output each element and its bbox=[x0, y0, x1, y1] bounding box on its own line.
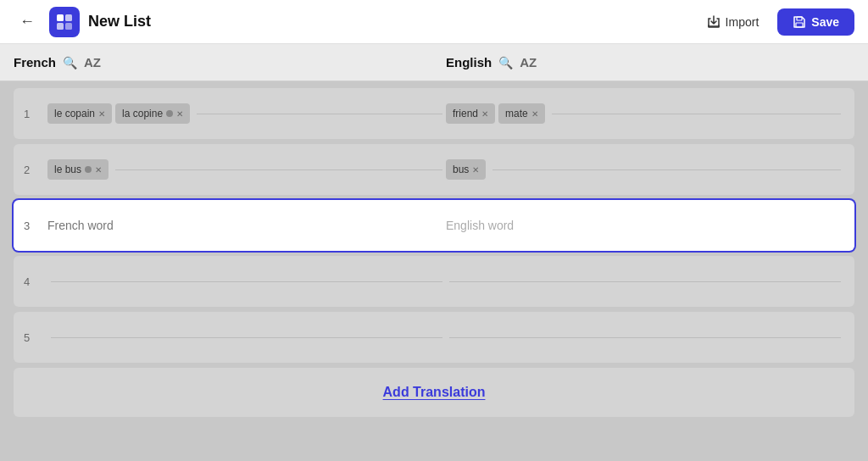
chip-mate[interactable]: mate ✕ bbox=[498, 103, 545, 124]
chip-close-icon[interactable]: ✕ bbox=[95, 165, 102, 175]
row-right-content: friend ✕ mate ✕ bbox=[446, 103, 844, 124]
chip-close-icon[interactable]: ✕ bbox=[98, 109, 105, 119]
svg-rect-1 bbox=[65, 14, 72, 21]
row-divider bbox=[115, 169, 442, 170]
english-placeholder: English word bbox=[446, 219, 514, 232]
chip-le-bus[interactable]: le bus ✕ bbox=[47, 159, 108, 180]
import-label: Import bbox=[726, 15, 760, 29]
left-column-header: French 🔍 AZ bbox=[0, 55, 432, 69]
row-left-content bbox=[47, 337, 446, 338]
header-actions: Import Save bbox=[697, 8, 854, 36]
search-icon-left[interactable]: 🔍 bbox=[63, 56, 77, 69]
chip-dot-icon bbox=[85, 166, 92, 173]
row-divider bbox=[449, 281, 841, 282]
main-content: 1 le copain ✕ la copine ✕ friend ✕ mate … bbox=[0, 81, 868, 461]
french-word-input[interactable] bbox=[47, 219, 370, 232]
right-column-label: English bbox=[446, 55, 492, 69]
sort-icon-left[interactable]: AZ bbox=[84, 55, 101, 69]
chip-le-copain[interactable]: le copain ✕ bbox=[47, 103, 112, 124]
save-button[interactable]: Save bbox=[777, 8, 854, 36]
row-divider bbox=[552, 114, 841, 114]
chip-close-icon[interactable]: ✕ bbox=[531, 109, 538, 119]
search-icon-right[interactable]: 🔍 bbox=[498, 56, 513, 69]
svg-rect-2 bbox=[57, 23, 64, 30]
row-divider bbox=[449, 337, 841, 338]
row-divider bbox=[51, 281, 442, 282]
back-button[interactable]: ← bbox=[14, 8, 41, 36]
row-left-content: le copain ✕ la copine ✕ bbox=[47, 103, 446, 124]
row-number: 3 bbox=[24, 219, 47, 232]
column-headers: French 🔍 AZ English 🔍 AZ bbox=[0, 44, 868, 81]
svg-rect-0 bbox=[57, 14, 64, 21]
chip-dot-icon bbox=[166, 110, 173, 117]
row-number: 1 bbox=[24, 108, 47, 120]
row-divider bbox=[492, 169, 841, 170]
svg-rect-3 bbox=[65, 23, 72, 30]
row-right-content: bus ✕ bbox=[446, 159, 844, 180]
table-row: 1 le copain ✕ la copine ✕ friend ✕ mate … bbox=[14, 88, 854, 139]
row-left-content bbox=[47, 219, 446, 232]
row-right-content bbox=[446, 281, 844, 282]
table-row-active: 3 English word bbox=[14, 200, 854, 251]
app-header: ← New List Import Save bbox=[0, 0, 868, 44]
table-row: 4 bbox=[14, 256, 854, 307]
left-column-label: French bbox=[14, 55, 56, 69]
row-number: 4 bbox=[24, 275, 47, 288]
import-button[interactable]: Import bbox=[697, 10, 770, 34]
chip-bus[interactable]: bus ✕ bbox=[446, 159, 486, 180]
row-number: 5 bbox=[24, 331, 47, 344]
right-column-header: English 🔍 AZ bbox=[432, 55, 858, 69]
add-translation-label: Add Translation bbox=[383, 385, 486, 400]
row-left-content: le bus ✕ bbox=[47, 159, 446, 180]
chip-la-copine[interactable]: la copine ✕ bbox=[115, 103, 190, 124]
chip-close-icon[interactable]: ✕ bbox=[481, 109, 488, 119]
row-left-content bbox=[47, 281, 446, 282]
page-title: New List bbox=[88, 13, 697, 31]
chip-close-icon[interactable]: ✕ bbox=[176, 109, 183, 119]
row-divider bbox=[197, 114, 442, 114]
chip-close-icon[interactable]: ✕ bbox=[472, 165, 479, 175]
sort-icon-right[interactable]: AZ bbox=[520, 55, 537, 69]
row-right-content: English word bbox=[446, 219, 844, 232]
row-right-content bbox=[446, 337, 844, 338]
table-row: 5 bbox=[14, 312, 854, 363]
row-number: 2 bbox=[24, 164, 47, 176]
table-row: 2 le bus ✕ bus ✕ bbox=[14, 144, 854, 195]
chip-friend[interactable]: friend ✕ bbox=[446, 103, 495, 124]
save-label: Save bbox=[811, 15, 839, 29]
add-translation-button[interactable]: Add Translation bbox=[14, 368, 854, 417]
app-icon bbox=[49, 7, 80, 37]
row-divider bbox=[51, 337, 442, 338]
